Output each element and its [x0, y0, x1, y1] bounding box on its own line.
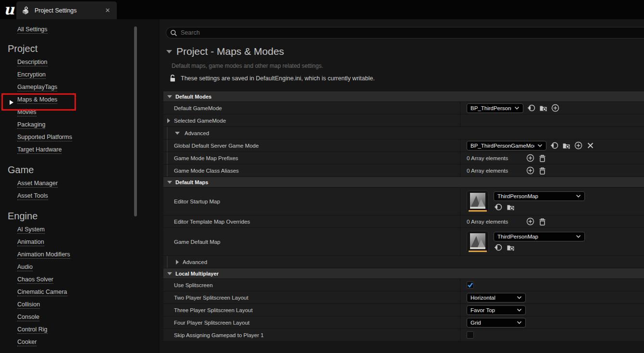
- settings-sidebar: All Settings Project Description Encrypt…: [0, 19, 160, 353]
- notice-text: These settings are saved in DefaultEngin…: [181, 75, 375, 82]
- sidebar-item-gameplaytags[interactable]: GameplayTags: [17, 81, 72, 94]
- chevron-down-icon: [517, 295, 522, 300]
- two-player-layout-dropdown[interactable]: Horizontal: [467, 293, 526, 303]
- clear-icon[interactable]: [586, 141, 594, 150]
- delete-array-icon[interactable]: [538, 217, 546, 226]
- map-asset-thumbnail[interactable]: [467, 231, 489, 253]
- editor-startup-map-dropdown[interactable]: ThirdPersonMap: [494, 191, 585, 201]
- sidebar-item-ai-system[interactable]: AI System: [17, 224, 70, 236]
- chevron-down-icon: [537, 143, 543, 148]
- setting-row-game-default-map: Game Default Map ThirdPersonMap: [163, 228, 644, 256]
- settings-main-panel: Project - Maps & Modes Default maps, gam…: [160, 19, 644, 353]
- sidebar-item-encryption[interactable]: Encryption: [17, 69, 72, 81]
- browse-to-asset-icon[interactable]: [539, 104, 547, 113]
- use-selected-asset-icon[interactable]: [527, 104, 535, 113]
- browse-to-asset-icon[interactable]: [506, 243, 515, 252]
- advanced-subsection-collapsed[interactable]: Advanced: [163, 256, 644, 268]
- sidebar-item-collision[interactable]: Collision: [17, 299, 70, 311]
- setting-row-editor-startup-map: Editor Startup Map ThirdPersonMap: [163, 188, 644, 215]
- setting-row-game-mode-map-prefixes: Game Mode Map Prefixes 0 Array elements: [163, 152, 644, 164]
- expand-icon: [176, 260, 179, 265]
- use-selected-asset-icon[interactable]: [550, 141, 558, 150]
- use-selected-asset-icon[interactable]: [494, 203, 502, 212]
- sidebar-item-chaos-solver[interactable]: Chaos Solver: [17, 274, 70, 286]
- tab-title: Project Settings: [35, 7, 103, 14]
- setting-row-four-player-splitscreen-layout: Four Player Splitscreen Layout Grid: [163, 316, 644, 329]
- add-icon[interactable]: [551, 104, 559, 113]
- default-gamemode-dropdown[interactable]: BP_ThirdPersonGameMode: [467, 103, 523, 113]
- search-icon: [170, 29, 177, 37]
- expand-icon[interactable]: [167, 118, 170, 123]
- setting-row-game-mode-class-aliases: Game Mode Class Aliases 0 Array elements: [163, 164, 644, 177]
- add-array-element-icon[interactable]: [526, 154, 534, 163]
- chevron-down-icon: [517, 320, 522, 325]
- setting-row-skip-assigning-gamepad: Skip Assigning Gamepad to Player 1: [163, 329, 644, 341]
- sidebar-item-description[interactable]: Description: [17, 56, 72, 69]
- tab-close-icon[interactable]: ✕: [103, 6, 112, 15]
- page-title: Project - Maps & Modes: [176, 46, 284, 57]
- browse-to-asset-icon[interactable]: [562, 141, 570, 150]
- sidebar-item-animation[interactable]: Animation: [17, 236, 70, 249]
- sidebar-item-audio[interactable]: Audio: [17, 261, 70, 274]
- sidebar-item-asset-tools[interactable]: Asset Tools: [17, 190, 58, 202]
- sidebar-item-supported-platforms[interactable]: Supported Platforms: [17, 131, 72, 144]
- sidebar-item-cooker[interactable]: Cooker: [17, 336, 70, 349]
- skip-gamepad-checkbox-unchecked[interactable]: [467, 331, 474, 339]
- page-subtitle: Default maps, game modes and other map r…: [172, 63, 323, 69]
- project-settings-window: u Project Settings ✕ All Settings Projec…: [0, 0, 644, 353]
- delete-array-icon[interactable]: [538, 166, 546, 175]
- chevron-down-icon: [514, 106, 520, 110]
- sidebar-item-cinematic-camera[interactable]: Cinematic Camera: [17, 286, 70, 299]
- advanced-subsection-header[interactable]: Advanced: [163, 127, 644, 139]
- section-header-local-multiplayer[interactable]: Local Multiplayer: [163, 268, 644, 279]
- add-array-element-icon[interactable]: [526, 217, 534, 226]
- sidebar-item-all-settings[interactable]: All Settings: [17, 26, 48, 34]
- setting-row-selected-gamemode[interactable]: Selected GameMode: [163, 114, 644, 127]
- sidebar-section-engine: Engine: [8, 211, 37, 222]
- red-annotation-box: [1, 93, 76, 111]
- use-splitscreen-checkbox-checked[interactable]: [467, 281, 474, 289]
- delete-array-icon[interactable]: [538, 154, 546, 163]
- setting-row-use-splitscreen: Use Splitscreen: [163, 279, 644, 291]
- section-header-default-modes[interactable]: Default Modes: [163, 91, 644, 102]
- tab-project-settings[interactable]: Project Settings ✕: [16, 1, 117, 19]
- chevron-down-icon: [576, 234, 581, 239]
- section-collapse-icon: [167, 95, 172, 98]
- global-server-game-mode-dropdown[interactable]: BP_ThirdPersonGameMode: [467, 141, 546, 151]
- setting-row-three-player-splitscreen-layout: Three Player Splitscreen Layout Favor To…: [163, 304, 644, 316]
- array-elements-count: 0 Array elements: [467, 168, 522, 174]
- unreal-engine-logo-icon: u: [2, 1, 16, 17]
- section-collapse-icon: [167, 181, 172, 184]
- search-input[interactable]: [181, 29, 613, 36]
- sidebar-item-console[interactable]: Console: [17, 311, 70, 324]
- project-settings-icon: [21, 6, 30, 15]
- add-array-element-icon[interactable]: [526, 166, 534, 175]
- sidebar-scrollbar[interactable]: [134, 26, 137, 216]
- array-elements-count: 0 Array elements: [467, 155, 522, 161]
- three-player-layout-dropdown[interactable]: Favor Top: [467, 305, 526, 315]
- sidebar-game-list: Asset Manager Asset Tools: [17, 177, 58, 202]
- sidebar-item-animation-modifiers[interactable]: Animation Modifiers: [17, 249, 70, 261]
- search-bar: [166, 27, 644, 38]
- browse-to-asset-icon[interactable]: [506, 203, 515, 212]
- chevron-down-icon: [517, 308, 522, 312]
- unlock-icon: [169, 74, 176, 82]
- check-icon: [467, 282, 473, 288]
- collapse-icon: [175, 132, 180, 135]
- sidebar-item-target-hardware[interactable]: Target Hardware: [17, 144, 72, 156]
- section-header-default-maps[interactable]: Default Maps: [163, 177, 644, 188]
- settings-list: Default Modes Default GameMode BP_ThirdP…: [163, 91, 644, 341]
- map-asset-thumbnail[interactable]: [467, 190, 489, 213]
- sidebar-item-packaging[interactable]: Packaging: [17, 119, 72, 131]
- use-selected-asset-icon[interactable]: [494, 243, 502, 252]
- sidebar-item-asset-manager[interactable]: Asset Manager: [17, 177, 58, 190]
- page-collapse-icon[interactable]: [166, 50, 172, 53]
- game-default-map-dropdown[interactable]: ThirdPersonMap: [494, 232, 585, 241]
- array-elements-count: 0 Array elements: [467, 219, 522, 225]
- add-icon[interactable]: [574, 141, 582, 150]
- setting-row-two-player-splitscreen-layout: Two Player Splitscreen Layout Horizontal: [163, 291, 644, 304]
- sidebar-item-control-rig[interactable]: Control Rig: [17, 324, 70, 336]
- section-collapse-icon: [167, 272, 172, 275]
- four-player-layout-dropdown[interactable]: Grid: [467, 318, 526, 328]
- setting-row-default-gamemode: Default GameMode BP_ThirdPersonGameMode: [163, 102, 644, 114]
